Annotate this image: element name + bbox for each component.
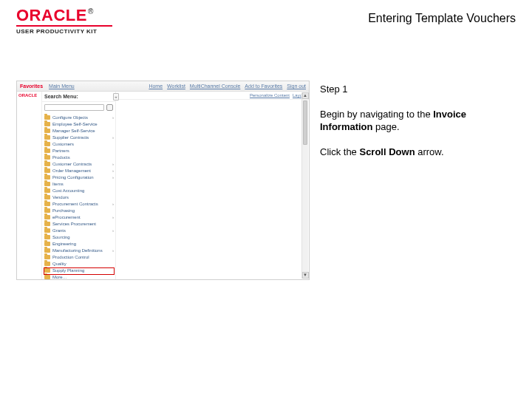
vertical-scrollbar: ▲ ▼ (301, 92, 308, 279)
menu-item[interactable]: Customer Contracts› (44, 160, 114, 167)
menu-item-label: Customers (52, 142, 74, 146)
menu-item[interactable]: Pricing Configuration› (44, 174, 114, 180)
search-label: Search Menu: (44, 94, 78, 99)
folder-icon (44, 162, 50, 166)
folder-icon (44, 268, 50, 273)
app-menu-column: Search Menu: « Configure Objects›Employe… (42, 92, 116, 279)
chevron-right-icon: › (112, 228, 114, 233)
menu-item-label: Partners (52, 149, 69, 153)
instr1-pre: Begin by navigating to the (320, 109, 433, 120)
menu-item-label: Customer Contracts (52, 162, 92, 166)
folder-icon (44, 182, 50, 186)
page-title: Entering Template Vouchers (368, 12, 516, 25)
menu-item[interactable]: Customers (44, 140, 114, 147)
topbar-main-menu[interactable]: Main Menu (49, 83, 75, 89)
folder-icon (44, 228, 50, 233)
menu-item[interactable]: Cost Accounting (44, 187, 114, 194)
menu-item-label: Products (52, 155, 70, 160)
folder-icon (44, 168, 50, 173)
app-oracle-small: ORACLE (18, 93, 37, 98)
menu-item[interactable]: Services Procurement (44, 220, 114, 227)
scrollbar-thumb[interactable] (303, 100, 307, 145)
menu-item[interactable]: Quality (44, 260, 114, 267)
menu-item-label: More… (52, 275, 67, 279)
collapse-menu-handle[interactable]: « (113, 93, 119, 100)
menu-item-label: eProcurement (52, 215, 81, 219)
menu-item-label: Purchasing (52, 208, 75, 213)
menu-item[interactable]: Purchasing (44, 207, 114, 214)
menu-item-label: Procurement Contracts (52, 202, 98, 206)
menu-item[interactable]: Production Control (44, 253, 114, 260)
folder-icon (44, 135, 50, 140)
search-input[interactable] (44, 104, 104, 111)
menu-item[interactable]: Items (44, 180, 114, 187)
folder-icon (44, 129, 50, 133)
menu-list: Configure Objects›Employee Self-ServiceM… (42, 112, 115, 280)
instruction-line-2: Click the Scroll Down arrow. (320, 146, 509, 158)
menu-item[interactable]: More… (44, 273, 114, 280)
app-topbar: Favorites Main Menu Home Worklist MultiC… (17, 81, 309, 92)
step-label: Step 1 (320, 83, 509, 95)
menu-item[interactable]: Partners (44, 147, 114, 154)
folder-icon (44, 202, 50, 206)
menu-item[interactable]: Procurement Contracts› (44, 200, 114, 207)
folder-icon (44, 248, 50, 253)
menu-item[interactable]: Engineering (44, 240, 114, 247)
brand-rule (16, 25, 112, 27)
chevron-right-icon: › (112, 175, 114, 180)
folder-icon (44, 242, 50, 246)
scroll-down-button[interactable]: ▼ (302, 272, 309, 279)
menu-item[interactable]: Supplier Contracts› (44, 134, 114, 140)
menu-item-label: Quality (52, 262, 66, 266)
topbar-favorites[interactable]: Favorites (20, 83, 43, 89)
menu-item[interactable]: Manager Self-Service (44, 127, 114, 134)
upk-subtitle: USER PRODUCTIVITY KIT (16, 28, 112, 35)
menu-item[interactable]: Sourcing (44, 233, 114, 240)
topbar-link-home[interactable]: Home (149, 83, 163, 89)
scroll-up-button[interactable]: ▲ (302, 92, 309, 99)
menu-item-label: Configure Objects (52, 115, 88, 120)
chevron-right-icon: › (112, 168, 114, 173)
menu-item-label: Engineering (52, 242, 76, 246)
menu-item-label: Employee Self-Service (52, 122, 98, 126)
topbar-link-addfav[interactable]: Add to Favorites (245, 83, 282, 89)
menu-item[interactable]: Configure Objects› (44, 114, 114, 120)
instr2-post: arrow. (415, 146, 444, 157)
folder-icon (44, 215, 50, 219)
menu-item[interactable]: Grants› (44, 227, 114, 233)
folder-icon (44, 149, 50, 153)
instr1-post: page. (373, 121, 400, 132)
topbar-links: Home Worklist MultiChannel Console Add t… (149, 83, 306, 89)
menu-item-label: Pricing Configuration (52, 175, 94, 180)
menu-item-label: Cost Accounting (52, 188, 84, 193)
topbar-link-mcc[interactable]: MultiChannel Console (190, 83, 240, 89)
topbar-link-signout[interactable]: Sign out (287, 83, 306, 89)
menu-item[interactable]: Vendors (44, 194, 114, 200)
chevron-right-icon: › (112, 162, 114, 166)
folder-icon (44, 175, 50, 180)
scrollbar-track[interactable] (302, 99, 308, 272)
menu-item[interactable]: Employee Self-Service (44, 120, 114, 127)
search-go-button[interactable] (106, 104, 113, 111)
menu-item-label: Manufacturing Definitions (52, 248, 103, 253)
app-brand-sidebar: ORACLE (17, 92, 42, 279)
oracle-wordmark: ORACLE (16, 6, 87, 24)
menu-item[interactable]: eProcurement› (44, 214, 114, 220)
folder-icon (44, 262, 50, 266)
menu-item-label: Services Procurement (52, 222, 96, 226)
app-canvas: Personalize Content Layout (116, 92, 309, 279)
menu-item[interactable]: Supply Planning (44, 267, 114, 273)
menu-item[interactable]: Manufacturing Definitions› (44, 247, 114, 253)
menu-item[interactable]: Order Management› (44, 167, 114, 174)
folder-icon (44, 222, 50, 226)
app-screenshot: Favorites Main Menu Home Worklist MultiC… (16, 81, 310, 280)
menu-item-label: Production Control (52, 255, 89, 259)
menu-item[interactable]: Products (44, 154, 114, 160)
folder-icon (44, 235, 50, 239)
folder-icon (44, 142, 50, 146)
canvas-personalize-link[interactable]: Personalize Content (250, 93, 290, 98)
topbar-link-worklist[interactable]: Worklist (167, 83, 185, 89)
menu-item-label: Manager Self-Service (52, 129, 95, 133)
folder-icon (44, 275, 50, 279)
menu-item-label: Supply Planning (52, 268, 84, 273)
